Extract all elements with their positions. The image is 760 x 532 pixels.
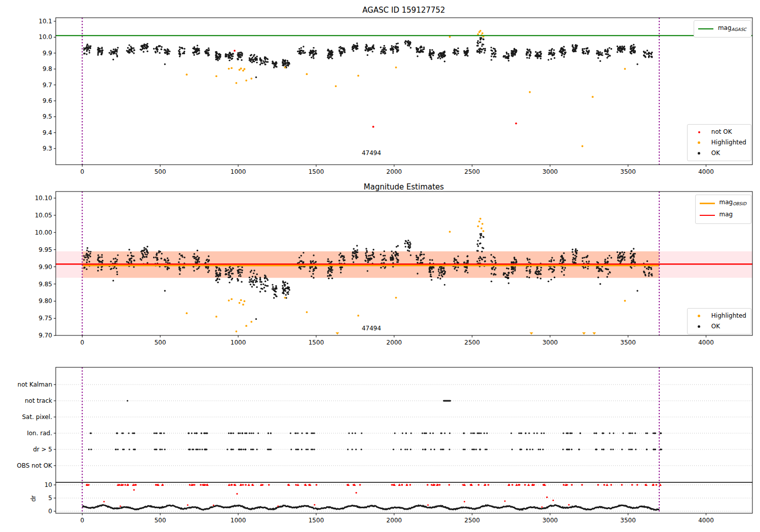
legend-item: not OK — [692, 127, 746, 137]
panel3-xtick: 3500 — [620, 517, 636, 524]
category-label: dr > 5 — [33, 446, 52, 453]
panel1-ytick: 9.6 — [43, 97, 52, 104]
legend-item: OK — [692, 148, 746, 159]
obsid-annotation-panel2: 47494 — [362, 325, 381, 332]
orange-dot-icon — [692, 315, 707, 317]
panel1-xtick: 2500 — [465, 168, 480, 175]
panel1-ytick: 9.4 — [43, 129, 52, 136]
plot-canvas — [0, 0, 760, 532]
legend-label: magAGASC — [718, 23, 746, 35]
category-label: Ion. rad. — [27, 430, 52, 437]
legend-label: OK — [711, 321, 720, 332]
panel2-ytick: 9.90 — [39, 263, 52, 271]
panel1-xtick: 1000 — [231, 168, 246, 175]
panel2-xtick: 500 — [155, 339, 166, 346]
green-line-icon — [698, 28, 713, 29]
panel1-ytick: 9.3 — [43, 145, 52, 152]
legend-item: Highlighted — [692, 137, 746, 148]
category-label: not Kalman — [18, 381, 52, 388]
category-label: Sat. pixel. — [22, 413, 52, 421]
legend-item: mag — [700, 209, 747, 221]
legend-label: not OK — [711, 127, 732, 137]
panel2-xtick: 0 — [80, 339, 84, 346]
panel3-xtick: 1500 — [309, 517, 324, 524]
panel2-title: Magnitude Estimates — [252, 182, 556, 192]
panel1-ytick: 9.7 — [43, 82, 52, 89]
legend-mag-agasc: magAGASC — [694, 20, 751, 37]
panel1-ytick: 9.5 — [43, 113, 52, 120]
panel1-title: AGASC ID 159127752 — [252, 6, 556, 15]
legend-point-types-panel1: not OK Highlighted OK — [687, 124, 751, 161]
panel2-ytick: 10.05 — [35, 212, 52, 219]
panel1-xtick: 3000 — [542, 168, 558, 175]
legend-item: OK — [692, 321, 746, 332]
panel2-xtick: 2000 — [387, 339, 402, 346]
panel3-xtick: 2000 — [387, 517, 402, 524]
legend-item: magOBSID — [700, 197, 747, 209]
red-dot-icon — [692, 131, 707, 133]
panel1-ytick: 10.0 — [39, 33, 52, 41]
panel2-ytick: 9.70 — [39, 332, 52, 339]
legend-point-types-panel2: Highlighted OK — [687, 308, 751, 334]
dr-tick: 10 — [45, 481, 52, 488]
panel3-xtick: 500 — [155, 517, 166, 524]
panel3-xtick: 3000 — [542, 517, 558, 524]
panel2-ytick: 10.00 — [35, 229, 52, 236]
black-dot-icon — [692, 325, 707, 328]
panel3-xtick: 1000 — [231, 517, 246, 524]
panel1-xtick: 2000 — [387, 168, 402, 175]
legend-item: Highlighted — [692, 311, 746, 321]
panel2-ytick: 9.85 — [39, 281, 52, 288]
panel1-xtick: 500 — [155, 168, 166, 175]
legend-item: magAGASC — [698, 23, 746, 35]
orange-dot-icon — [692, 141, 707, 144]
panel2-ytick: 9.80 — [39, 297, 52, 305]
panel1-ytick: 9.8 — [43, 65, 52, 72]
panel2-xtick: 1000 — [231, 339, 246, 346]
black-dot-icon — [692, 152, 707, 155]
panel1-xtick: 4000 — [698, 168, 714, 175]
panel1-ytick: 9.9 — [43, 50, 52, 57]
panel2-xtick: 4000 — [698, 339, 714, 346]
panel2-ytick: 9.75 — [39, 315, 52, 322]
legend-label: Highlighted — [711, 311, 746, 321]
panel3-xtick: 2500 — [465, 517, 480, 524]
panel1-xtick: 3500 — [620, 168, 636, 175]
category-label: OBS not OK — [17, 462, 52, 469]
panel2-ytick: 9.95 — [39, 246, 52, 253]
dr-axis-label: dr — [30, 496, 37, 502]
panel2-xtick: 1500 — [309, 339, 324, 346]
legend-label: OK — [711, 148, 720, 159]
panel1-xtick: 1500 — [309, 168, 324, 175]
legend-label: magOBSID — [719, 197, 747, 209]
red-line-icon — [700, 215, 715, 216]
panel2-xtick: 2500 — [465, 339, 480, 346]
category-label: not track — [25, 397, 52, 404]
panel2-xtick: 3000 — [542, 339, 558, 346]
panel2-ytick: 10.10 — [35, 195, 52, 202]
panel1-xtick: 0 — [80, 168, 84, 175]
obsid-annotation-panel1: 47494 — [362, 149, 381, 157]
legend-mag-lines-panel2: magOBSID mag — [695, 195, 752, 224]
legend-label: mag — [719, 209, 733, 221]
dr-tick: 5 — [48, 495, 52, 502]
orange-line-icon — [700, 203, 715, 204]
panel1-ytick: 10.1 — [39, 18, 52, 25]
panel3-xtick: 0 — [80, 517, 84, 524]
dr-tick: 0 — [48, 508, 52, 515]
legend-label: Highlighted — [711, 137, 746, 148]
panel3-xtick: 4000 — [698, 517, 714, 524]
panel2-xtick: 3500 — [620, 339, 636, 346]
figure: AGASC ID 159127752 Magnitude Estimates m… — [0, 0, 760, 532]
